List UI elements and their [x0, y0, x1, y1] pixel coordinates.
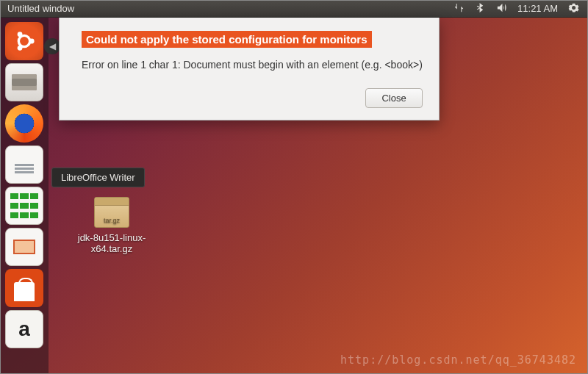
watermark-text: http://blog.csdn.net/qq_36743482 — [340, 353, 576, 367]
svg-point-2 — [18, 32, 23, 37]
launcher-amazon[interactable]: a — [5, 310, 43, 348]
launcher-libreoffice-writer[interactable] — [5, 145, 43, 184]
top-menu-bar: Untitled window 11:21 AM — [0, 0, 588, 18]
launcher-files[interactable] — [5, 63, 43, 101]
clock[interactable]: 11:21 AM — [517, 3, 558, 14]
sound-icon[interactable] — [496, 2, 507, 15]
tooltip-text: LibreOffice Writer — [61, 172, 135, 183]
launcher-libreoffice-impress[interactable] — [5, 228, 43, 266]
window-title: Untitled window — [4, 3, 74, 14]
close-button[interactable]: Close — [365, 88, 423, 108]
dialog-headline: Could not apply the stored configuration… — [82, 31, 372, 48]
gear-icon[interactable] — [568, 2, 579, 15]
launcher-firefox[interactable] — [5, 104, 43, 143]
desktop-file-label: jdk-8u151-linux-x64.tar.gz — [68, 232, 156, 254]
svg-point-3 — [18, 46, 23, 51]
launcher-sidebar: a — [0, 18, 49, 374]
launcher-ubuntu-dash[interactable] — [5, 22, 43, 60]
network-icon[interactable] — [453, 2, 465, 15]
launcher-ubuntu-software[interactable] — [5, 269, 43, 307]
error-dialog: Could not apply the stored configuration… — [59, 18, 440, 121]
svg-point-1 — [29, 39, 35, 44]
launcher-libreoffice-calc[interactable] — [5, 187, 43, 225]
system-tray: 11:21 AM — [453, 2, 584, 15]
archive-icon: tar.gz — [94, 197, 129, 228]
dialog-body: Error on line 1 char 1: Document must be… — [82, 58, 423, 72]
launcher-tooltip: LibreOffice Writer — [51, 168, 145, 187]
desktop-file-jdk-archive[interactable]: tar.gz jdk-8u151-linux-x64.tar.gz — [68, 197, 156, 254]
bluetooth-icon[interactable] — [475, 2, 486, 15]
back-indicator-icon: ◀ — [44, 38, 60, 54]
archive-badge: tar.gz — [104, 217, 120, 224]
svg-point-0 — [18, 35, 29, 46]
